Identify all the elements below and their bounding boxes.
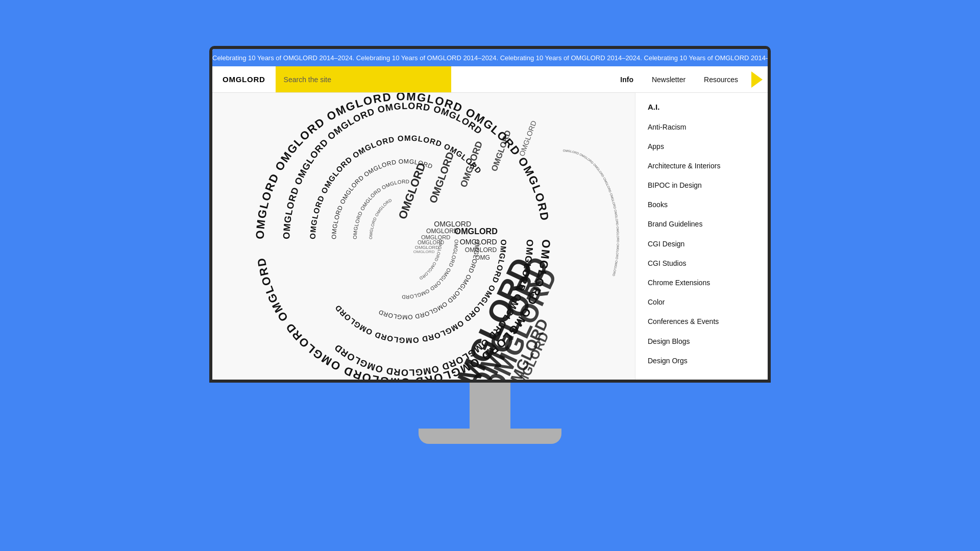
dropdown-item-apps[interactable]: Apps xyxy=(635,137,768,156)
dropdown-item-cgi-studios[interactable]: CGI Studios xyxy=(635,254,768,273)
svg-text:OMGLORD: OMGLORD xyxy=(427,151,456,205)
svg-text:OMGLORD: OMGLORD xyxy=(458,140,484,189)
svg-text:OMGLORD: OMGLORD xyxy=(518,119,538,157)
nav-link-info[interactable]: Info xyxy=(611,66,643,93)
nav-link-newsletter[interactable]: Newsletter xyxy=(643,66,695,93)
dropdown-item-bipoc[interactable]: BIPOC in Design xyxy=(635,176,768,195)
svg-text:OMGLORD: OMGLORD xyxy=(413,249,435,254)
dropdown-item-design-blogs[interactable]: Design Blogs xyxy=(635,332,768,351)
dropdown-item-conferences[interactable]: Conferences & Events xyxy=(635,312,768,331)
nav-links: Info Newsletter Resources xyxy=(611,66,751,93)
dropdown-item-books[interactable]: Books xyxy=(635,195,768,214)
svg-text:OMGLORD: OMGLORD xyxy=(460,238,497,246)
dropdown-item-chrome-extensions[interactable]: Chrome Extensions xyxy=(635,273,768,292)
nav-link-resources[interactable]: Resources xyxy=(695,66,747,93)
monitor-stand-neck xyxy=(470,383,510,429)
dropdown-item-architecture[interactable]: Architecture & Interiors xyxy=(635,156,768,176)
spiral-area: OMGLORD OMGLORD OMGLORD OMGLORD OMGLORD … xyxy=(212,93,635,383)
main-content: OMGLORD OMGLORD OMGLORD OMGLORD OMGLORD … xyxy=(212,93,768,383)
svg-text:OMGLORD: OMGLORD xyxy=(434,220,471,228)
nav-arrow-icon xyxy=(751,71,763,88)
dropdown-item-cgi-design[interactable]: CGI Design xyxy=(635,234,768,254)
dropdown-item-color[interactable]: Color xyxy=(635,292,768,312)
search-bar[interactable]: Search the site xyxy=(276,66,452,92)
svg-text:OMGLORD OMGLORD: OMGLORD OMGLORD xyxy=(369,198,393,239)
svg-text:OMGLORD: OMGLORD xyxy=(465,246,497,254)
monitor-wrapper: Celebrating 10 Years of OMGLORD 2014–202… xyxy=(202,46,778,505)
ticker-bar: Celebrating 10 Years of OMGLORD 2014–202… xyxy=(212,49,768,66)
monitor-screen: Celebrating 10 Years of OMGLORD 2014–202… xyxy=(209,46,771,383)
spiral-svg: OMGLORD OMGLORD OMGLORD OMGLORD OMGLORD … xyxy=(212,93,635,383)
dropdown-item-ai[interactable]: A.I. xyxy=(635,97,768,117)
dropdown-item-anti-racism[interactable]: Anti-Racism xyxy=(635,117,768,137)
dropdown-item-brand-guidelines[interactable]: Brand Guidelines xyxy=(635,214,768,234)
svg-text:OMGLORD: OMGLORD xyxy=(396,161,428,221)
svg-text:OMGLORD OMGLORD OMGLORD OMGLOR: OMGLORD OMGLORD OMGLORD OMGLORD OMGLORD … xyxy=(563,149,620,277)
svg-text:OMGLORD: OMGLORD xyxy=(426,228,458,235)
search-text: Search the site xyxy=(284,76,331,84)
dropdown-menu: A.I. Anti-Racism Apps Architecture & Int… xyxy=(635,93,768,383)
dropdown-item-design-orgs[interactable]: Design Orgs xyxy=(635,351,768,370)
ticker-content: Celebrating 10 Years of OMGLORD 2014–202… xyxy=(212,54,768,62)
navbar: OMGLORD Search the site Info Newsletter … xyxy=(212,66,768,93)
svg-text:OMG: OMG xyxy=(475,254,490,261)
monitor-stand-base xyxy=(419,429,561,444)
nav-logo[interactable]: OMGLORD xyxy=(212,75,276,84)
